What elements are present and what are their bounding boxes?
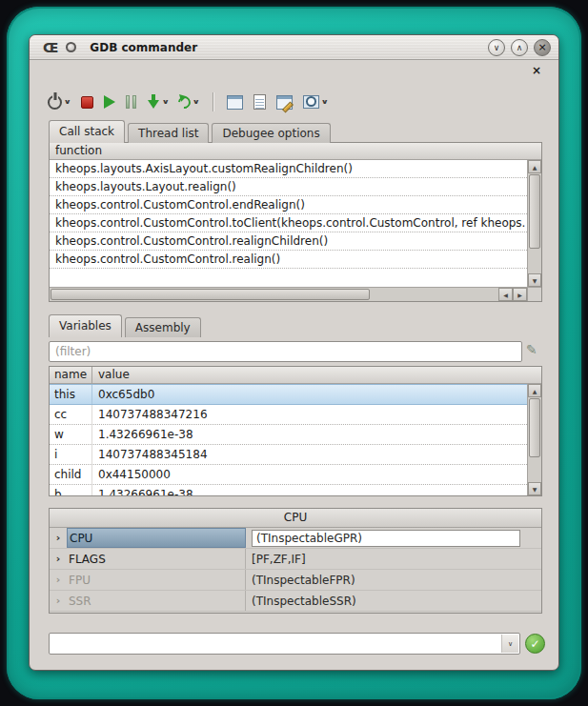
titlebar-buttons: ∨ ∧ × (488, 39, 551, 56)
expander-icon[interactable]: › (50, 549, 67, 569)
tab-call-stack[interactable]: Call stack (49, 120, 125, 143)
send-command-button[interactable]: ✓ (525, 634, 545, 654)
column-header-name[interactable]: name (50, 367, 92, 383)
stop-button[interactable] (80, 91, 94, 113)
column-header-value[interactable]: value (92, 367, 541, 383)
callstack-row[interactable]: kheops.layouts.AxisLayout.customRealignC… (50, 160, 527, 178)
pin-icon[interactable] (66, 42, 76, 52)
scrollbar-thumb[interactable] (529, 398, 540, 457)
step-into-icon (147, 94, 160, 110)
cpu-row-value: [PF,ZF,IF] (246, 549, 541, 569)
step-button[interactable]: ∨ (146, 91, 170, 113)
cpu-row[interactable]: › CPU (TInspectableGPR) (50, 528, 541, 549)
tab-variables[interactable]: Variables (49, 314, 122, 337)
variables-vertical-scrollbar[interactable]: ▲ ▼ (527, 384, 541, 495)
variables-header: name value (50, 367, 541, 384)
variable-value: 1.43266961e-38 (92, 485, 527, 495)
chevron-down-icon[interactable]: ∨ (64, 98, 71, 106)
chevron-down-icon[interactable]: ∨ (193, 98, 200, 106)
run-button[interactable] (103, 91, 116, 113)
cpu-row-value: (TInspectableSSR) (246, 591, 541, 611)
cpu-panel-title: CPU (50, 509, 541, 528)
power-button[interactable]: ∨ (47, 91, 71, 113)
cpu-row-name[interactable]: FLAGS (67, 549, 246, 569)
variable-row[interactable]: child 0x44150000 (50, 465, 527, 485)
cpu-row[interactable]: › FLAGS [PF,ZF,IF] (50, 549, 541, 570)
chevron-down-icon[interactable]: ∨ (321, 98, 329, 106)
minimize-button[interactable]: ∨ (488, 39, 505, 56)
scroll-down-icon[interactable]: ▼ (528, 482, 541, 495)
call-stack-panel: function kheops.layouts.AxisLayout.custo… (49, 142, 542, 302)
window-pencil-icon (276, 95, 293, 110)
variable-row[interactable]: b 1.43266961e-38 (50, 485, 527, 495)
callstack-row[interactable]: kheops.layouts.Layout.realign() (50, 178, 527, 196)
combo-dropdown-icon[interactable]: ∨ (501, 635, 518, 653)
cpu-row[interactable]: › SSR (TInspectableSSR) (50, 591, 541, 612)
command-input[interactable] (49, 633, 520, 655)
callstack-column-header[interactable]: function (50, 143, 541, 160)
scroll-right-icon[interactable]: ▶ (513, 288, 527, 301)
maximize-button[interactable]: ∧ (511, 39, 528, 56)
stack-tabbar: Call stack Thread list Debugee options (49, 120, 334, 143)
filter-input[interactable] (49, 341, 522, 362)
variable-name: child (50, 465, 92, 484)
tab-debugee-options[interactable]: Debugee options (212, 123, 330, 143)
variable-row[interactable]: w 1.43266961e-38 (50, 425, 527, 445)
variable-value: 0xc65db0 (92, 385, 527, 404)
scroll-down-icon[interactable]: ▼ (528, 273, 541, 287)
continue-button[interactable]: ∨ (177, 91, 200, 113)
output-button[interactable] (253, 91, 267, 113)
callstack-horizontal-scrollbar[interactable]: ◀ ▶ (50, 287, 527, 301)
dock-close-icon[interactable]: × (532, 65, 541, 76)
scroll-left-icon[interactable]: ◀ (498, 288, 513, 301)
callstack-vertical-scrollbar[interactable]: ▲ ▼ (527, 160, 541, 287)
cpu-value-field[interactable]: (TInspectableGPR) (252, 530, 520, 547)
cpu-row-name[interactable]: FPU (67, 570, 246, 590)
tab-thread-list[interactable]: Thread list (128, 123, 209, 143)
callstack-row[interactable]: kheops.control.CustomControl.toClient(kh… (50, 214, 527, 232)
stop-icon (81, 96, 93, 109)
cpu-row[interactable]: › FPU (TInspectableFPR) (50, 570, 541, 591)
expander-icon[interactable]: › (50, 591, 67, 611)
expander-icon[interactable]: › (50, 570, 67, 590)
toolbar-separator (213, 92, 213, 111)
pause-button[interactable] (125, 91, 137, 113)
variable-row[interactable]: i 140737488345184 (50, 445, 527, 465)
edit-commands-button[interactable] (275, 91, 294, 113)
close-button[interactable]: × (534, 39, 551, 56)
cpu-row-name[interactable]: SSR (67, 591, 246, 611)
variable-name: w (50, 425, 92, 444)
scrollbar-thumb[interactable] (529, 174, 540, 249)
variable-row[interactable]: this 0xc65db0 (50, 384, 527, 405)
scrollbar-thumb[interactable] (51, 289, 370, 300)
expander-icon[interactable]: › (50, 528, 67, 548)
inspect-button[interactable]: ∨ (302, 91, 329, 113)
power-icon (48, 95, 62, 110)
titlebar[interactable]: Œ GDB commander ∨ ∧ × (30, 35, 558, 60)
gdb-commander-window: Œ GDB commander ∨ ∧ × × ∨ (29, 34, 559, 671)
cpu-row-name[interactable]: CPU (67, 528, 246, 548)
callstack-row[interactable]: kheops.control.CustomControl.endRealign(… (50, 196, 527, 214)
step-over-icon (176, 93, 193, 111)
toolbar: ∨ ∨ ∨ (47, 85, 549, 119)
scrollbar-corner (527, 287, 541, 301)
tab-assembly[interactable]: Assembly (125, 317, 201, 337)
document-list-icon (253, 94, 266, 110)
variable-name: cc (50, 405, 92, 424)
cpu-row-value[interactable]: (TInspectableGPR) (246, 528, 541, 548)
variable-row[interactable]: cc 140737488347216 (50, 405, 527, 425)
app-icon: Œ (43, 40, 58, 55)
scroll-up-icon[interactable]: ▲ (528, 384, 541, 397)
frames-window-button[interactable] (226, 91, 244, 113)
scroll-up-icon[interactable]: ▲ (528, 160, 541, 173)
filter-clear-icon[interactable]: ✎ (526, 342, 537, 357)
command-combobox[interactable]: ∨ (49, 633, 520, 655)
callstack-row[interactable]: kheops.control.CustomControl.realign() (50, 251, 527, 269)
variable-value: 0x44150000 (92, 465, 527, 484)
cpu-inspector-panel: CPU › CPU (TInspectableGPR) › FLAGS [PF,… (49, 508, 542, 614)
variables-rows: this 0xc65db0 cc 140737488347216 w 1.432… (50, 384, 527, 495)
variables-panel: name value this 0xc65db0 cc 140737488347… (49, 366, 542, 496)
chevron-down-icon[interactable]: ∨ (162, 98, 170, 106)
variable-name: b (50, 485, 92, 495)
callstack-row[interactable]: kheops.control.CustomControl.realignChil… (50, 232, 527, 251)
